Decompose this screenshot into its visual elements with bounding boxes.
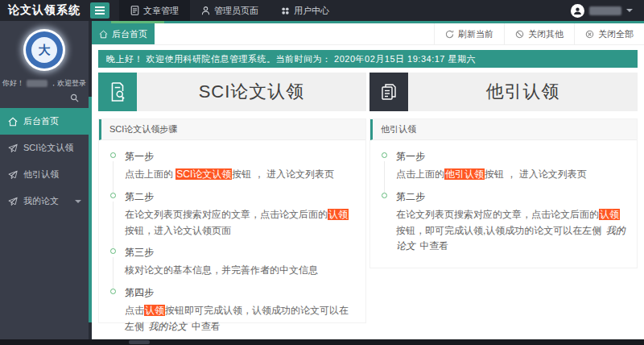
- step-item: 第二步在论文列表页搜索对应的文章，点击论文后面的认领按钮，进入论文认领页面: [110, 190, 354, 239]
- cited-steps-list: 第一步点击上面的他引认领按钮 ， 进入论文列表页第二步在论文列表页搜索对应的文章…: [370, 140, 637, 270]
- step-description: 在论文列表页搜索对应的文章，点击论文后面的认领按钮，进入论文认领页面: [125, 207, 354, 239]
- step-text: 中查看: [188, 321, 220, 332]
- nav-item-label: 文章管理: [143, 5, 179, 17]
- cited-steps-header: 他引认领: [370, 119, 637, 140]
- sidebar-item-label: SCI论文认领: [23, 142, 73, 154]
- step-item: 第三步核对论文的基本信息，并完善作者的中文信息: [110, 246, 354, 279]
- dashboard-content: 晚上好！ 欢迎使用科研院信息管理系统。当前时间为： 2020年02月15日 19…: [92, 45, 644, 328]
- nav-item-articles[interactable]: 文章管理: [119, 0, 190, 21]
- highlighted-keyword: 他引认领: [444, 168, 485, 180]
- sidebar-item-label: 他引认领: [23, 168, 59, 181]
- step-text: 点击: [125, 305, 144, 316]
- sci-steps-list: 第一步点击上面的 SCI论文认领按钮 ， 进入论文列表页第二步在论文列表页搜索对…: [99, 140, 365, 345]
- cited-claim-card[interactable]: 他引认领: [369, 73, 638, 111]
- highlighted-keyword: 认领: [599, 209, 620, 220]
- block-icon: [515, 30, 524, 39]
- sci-claim-column: SCI论文认领 SCI论文认领步骤 第一步点击上面的 SCI论文认领按钮 ， 进…: [98, 73, 366, 323]
- step-item: 第一步点击上面的 SCI论文认领按钮 ， 进入论文列表页: [110, 150, 354, 183]
- close-all-button[interactable]: 关闭全部: [575, 23, 644, 45]
- welcome-text: 晚上好！ 欢迎使用科研院信息管理系统。当前时间为： 2020年02月15日 19…: [106, 53, 476, 65]
- sidebar-search-button[interactable]: [0, 89, 89, 106]
- tab-bar: 后台首页 刷新当前 关闭其他: [92, 23, 644, 45]
- sci-claim-title: SCI论文认领: [137, 73, 366, 111]
- step-text: 按钮，进入论文认领页面: [125, 225, 231, 236]
- step-dot-icon: [110, 193, 116, 198]
- step-title: 第四步: [125, 286, 354, 300]
- action-label: 关闭全部: [598, 28, 634, 40]
- step-text: 点击上面的: [396, 168, 444, 180]
- sidebar-item-sci-claim[interactable]: SCI论文认领: [0, 135, 89, 161]
- step-dot-icon: [110, 152, 116, 158]
- cited-claim-column: 他引认领 他引认领 第一步点击上面的他引认领按钮 ， 进入论文列表页第二步在论文…: [369, 73, 638, 323]
- avatar: [571, 4, 584, 18]
- step-title: 第一步: [125, 150, 354, 164]
- app-title: 论文认领系统: [0, 0, 89, 21]
- highlighted-keyword: SCI论文认领: [175, 168, 232, 180]
- tab-dashboard[interactable]: 后台首页: [92, 23, 155, 44]
- welcome-banner: 晚上好！ 欢迎使用科研院信息管理系统。当前时间为： 2020年02月15日 19…: [98, 50, 638, 68]
- step-title: 第一步: [396, 150, 625, 164]
- step-text: 中查看: [417, 240, 448, 251]
- nav-item-label: 管理员页面: [214, 5, 258, 17]
- step-title: 第三步: [125, 246, 354, 260]
- home-icon: [8, 117, 18, 127]
- sci-steps-panel: SCI论文认领步骤 第一步点击上面的 SCI论文认领按钮 ， 进入论文列表页第二…: [98, 118, 366, 323]
- step-dot-icon: [110, 248, 116, 254]
- sidebar-item-dashboard[interactable]: 后台首页: [0, 108, 89, 135]
- step-description: 点击上面的他引认领按钮 ， 进入论文列表页: [396, 167, 625, 183]
- action-label: 刷新当前: [458, 28, 493, 40]
- search-icon: [70, 94, 79, 102]
- highlighted-keyword: 认领: [144, 305, 165, 316]
- home-icon: [99, 30, 108, 39]
- close-circle-icon: [585, 30, 594, 39]
- step-text: 按钮 ， 进入论文列表页: [485, 168, 587, 180]
- close-others-button[interactable]: 关闭其他: [505, 23, 575, 45]
- step-text: 在论文列表页搜索对应的文章，点击论文后面的: [396, 209, 599, 220]
- step-description: 点击上面的 SCI论文认领按钮 ， 进入论文列表页: [125, 167, 354, 183]
- sidebar: 大 你好！，欢迎登录 后台首页 SCI论文认领: [0, 21, 89, 345]
- apps-icon: [281, 6, 290, 15]
- tab-label: 后台首页: [112, 28, 147, 40]
- step-item: 第四步点击认领按钮即可完成认领，认领成功的论文可以在左侧 我的论文 中查看: [110, 286, 354, 335]
- step-dot-icon: [382, 193, 387, 198]
- cited-claim-title: 他引认领: [408, 73, 638, 111]
- step-text: 点击上面的: [125, 168, 175, 180]
- user-menu[interactable]: [571, 0, 633, 21]
- submenu-caret-icon: [75, 200, 81, 203]
- admin-user-icon: [201, 6, 210, 15]
- step-item: 第一步点击上面的他引认领按钮 ， 进入论文列表页: [382, 150, 625, 183]
- step-text: 按钮 ， 进入论文列表页: [232, 168, 334, 180]
- cited-steps-panel: 他引认领 第一步点击上面的他引认领按钮 ， 进入论文列表页第二步在论文列表页搜索…: [369, 118, 638, 268]
- step-dot-icon: [382, 152, 387, 158]
- top-navigation: 文章管理 管理员页面 用户中心: [119, 0, 341, 21]
- sidebar-item-label: 我的论文: [23, 195, 59, 207]
- horizontal-scrollbar-thumb[interactable]: [129, 340, 150, 344]
- step-dot-icon: [110, 289, 116, 294]
- main-area: 后台首页 刷新当前 关闭其他: [92, 23, 644, 339]
- file-search-icon: [98, 73, 137, 111]
- step-description: 核对论文的基本信息，并完善作者的中文信息: [125, 263, 354, 279]
- step-item: 第二步在论文列表页搜索对应的文章，点击论文后面的认领按钮，即可完成认领,认领成功…: [382, 190, 625, 255]
- nav-item-admin-page[interactable]: 管理员页面: [190, 0, 270, 21]
- app-window: 论文认领系统 文章管理 管理员页面 用户中心: [0, 0, 644, 345]
- tab-actions: 刷新当前 关闭其他 关闭全部: [434, 23, 644, 45]
- sidebar-item-my-papers[interactable]: 我的论文: [0, 188, 89, 214]
- horizontal-scrollbar[interactable]: [0, 339, 644, 345]
- step-description: 点击认领按钮即可完成认领，认领成功的论文可以在左侧 我的论文 中查看: [125, 303, 354, 335]
- sci-steps-header: SCI论文认领步骤: [99, 119, 365, 140]
- university-seal-logo: 大: [23, 29, 65, 71]
- hamburger-menu-button[interactable]: [90, 2, 109, 19]
- copy-icon: [369, 73, 408, 111]
- my-papers-reference: 我的论文: [147, 321, 188, 332]
- login-greeting: 你好！，欢迎登录: [0, 78, 89, 89]
- sci-claim-card[interactable]: SCI论文认领: [98, 73, 366, 111]
- sidebar-menu: 后台首页 SCI论文认领 他引认领 我的论文: [0, 108, 89, 214]
- topbar: 论文认领系统 文章管理 管理员页面 用户中心: [0, 0, 644, 21]
- sidebar-item-label: 后台首页: [23, 115, 59, 127]
- nav-item-user-center[interactable]: 用户中心: [270, 0, 341, 21]
- action-label: 关闭其他: [528, 28, 564, 40]
- refresh-current-button[interactable]: 刷新当前: [435, 23, 505, 45]
- sidebar-item-cited-claim[interactable]: 他引认领: [0, 161, 89, 188]
- send-icon: [8, 170, 18, 180]
- refresh-icon: [445, 30, 454, 39]
